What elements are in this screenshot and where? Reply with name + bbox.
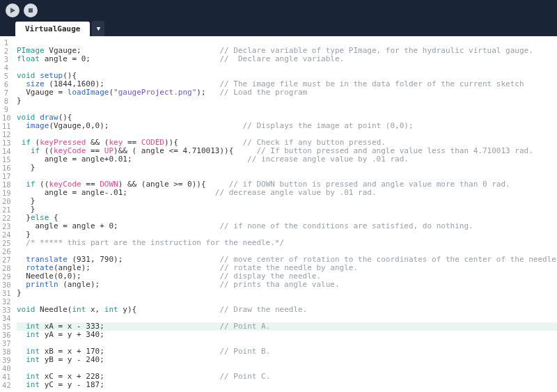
stop-button[interactable] xyxy=(24,3,38,17)
code-line[interactable]: image(Vgauge,0,0); // Displays the image… xyxy=(17,122,557,130)
code-line[interactable]: angle = angle-.01; // decrease angle val… xyxy=(17,189,557,197)
code-area[interactable]: PImage Vgauge; // Declare variable of ty… xyxy=(13,36,557,392)
line-gutter: 1234567891011121314151617181920212223242… xyxy=(0,36,13,392)
code-line[interactable]: void Needle(int x, int y){ // Draw the n… xyxy=(17,306,557,314)
code-line[interactable]: } xyxy=(17,164,557,172)
code-line[interactable]: int yC = y - 187; xyxy=(17,381,557,389)
svg-marker-0 xyxy=(10,8,15,13)
code-line[interactable] xyxy=(17,105,557,113)
code-line[interactable]: } xyxy=(17,197,557,205)
code-line[interactable]: } xyxy=(17,289,557,297)
code-editor[interactable]: 1234567891011121314151617181920212223242… xyxy=(0,36,557,392)
play-icon xyxy=(9,7,16,14)
code-line[interactable]: int yA = y + 340; xyxy=(17,331,557,339)
code-line[interactable] xyxy=(17,63,557,72)
code-line[interactable]: /* ***** this part are the instruction f… xyxy=(17,239,557,247)
tab-bar: VirtualGauge ▼ xyxy=(0,21,557,36)
run-button[interactable] xyxy=(6,3,19,17)
toolbar xyxy=(0,0,557,21)
code-line[interactable]: int yB = y - 240; xyxy=(17,356,557,364)
code-line[interactable]: float angle = 0; // Declare angle variab… xyxy=(17,55,557,63)
code-line[interactable]: } xyxy=(17,97,557,105)
code-line[interactable]: } xyxy=(17,205,557,214)
code-line[interactable]: println (angle); // prints tha angle val… xyxy=(17,281,557,289)
code-line[interactable]: angle = angle + 0; // if none of the con… xyxy=(17,222,557,230)
svg-rect-1 xyxy=(29,8,33,13)
tab-virtualgauge[interactable]: VirtualGauge xyxy=(15,22,90,36)
code-line[interactable]: angle = angle+0.01; // increase angle va… xyxy=(17,155,557,164)
tab-menu-button[interactable]: ▼ xyxy=(92,21,104,36)
stop-icon xyxy=(27,7,34,14)
code-line[interactable]: Vgauge = loadImage("gaugeProject.png"); … xyxy=(17,88,557,97)
